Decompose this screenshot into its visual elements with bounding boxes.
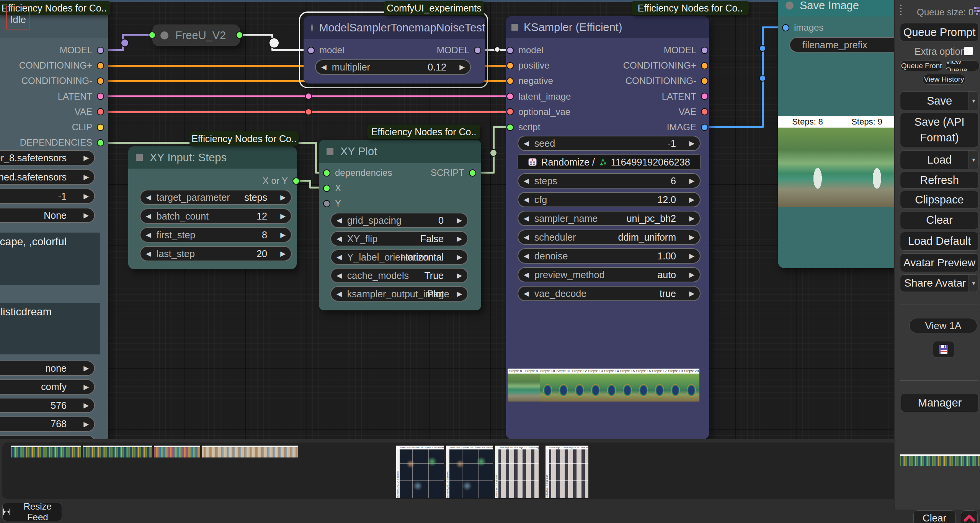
save-dropdown-caret[interactable] [969,92,978,110]
share-avatar-caret[interactable] [969,275,978,292]
increment-arrow-icon[interactable]: ▶ [83,384,89,390]
script-port[interactable] [506,124,514,131]
widget--1[interactable]: ◀-1▶ [0,189,95,204]
share-avatar-button[interactable]: Share Avatar [900,274,979,292]
collapse-toggle[interactable] [511,24,518,31]
reroute-dot[interactable] [759,75,766,82]
node-graph-canvas[interactable]: Efficiency Nodes for Co.. Idle MODELCOND… [0,0,980,523]
widget-last_step[interactable]: ◀last_step20▶ [140,246,292,261]
decrement-arrow-icon[interactable]: ◀ [336,235,342,242]
increment-arrow-icon[interactable]: ▶ [280,250,286,257]
decrement-arrow-icon[interactable]: ◀ [524,196,529,203]
widget-576[interactable]: ◀576▶ [0,398,95,413]
avatar-preview-button[interactable]: Avat­ar Preview [900,253,979,272]
reroute-dot[interactable] [759,45,766,52]
increment-arrow-icon[interactable]: ▶ [280,194,286,201]
decrement-arrow-icon[interactable]: ◀ [524,290,529,297]
feed-thumbnail[interactable]: Seed: 97827656461567 Seed: 9782765646156… [396,446,444,498]
CONDITIONING+-port[interactable] [701,62,708,69]
clipspace-button[interactable]: Clipspace [900,191,979,208]
MODEL-port[interactable] [701,47,708,54]
increment-arrow-icon[interactable]: ▶ [689,196,694,203]
widget-sampler_name[interactable]: ◀sampler_nameuni_pc_bh2▶ [518,211,701,226]
collapse-toggle[interactable] [311,24,313,32]
model-port[interactable] [506,47,514,54]
resize-feed-button[interactable]: Resize Feed [2,503,62,521]
X or Y-port[interactable] [292,177,300,185]
feed-thumbnail[interactable] [154,446,200,457]
widget-target_parameter[interactable]: ◀target_parametersteps▶ [140,190,292,205]
LATENT-port[interactable] [701,93,708,100]
increment-arrow-icon[interactable]: ▶ [689,290,694,297]
feed-thumbnail[interactable]: Seed: 97827656461567 Seed: 9782765646156… [446,446,493,498]
reroute-dot[interactable] [305,93,312,100]
increment-arrow-icon[interactable]: ▶ [83,154,89,161]
collapse-toggle[interactable] [136,154,143,161]
load-dropdown-caret[interactable] [969,151,978,169]
save-api-button[interactable]: Save (API Format) [900,113,979,147]
widget-768[interactable]: ◀768▶ [0,416,95,432]
view-1a-button[interactable]: View 1A [909,318,977,333]
increment-arrow-icon[interactable]: ▶ [83,421,89,428]
increment-arrow-icon[interactable]: ▶ [689,252,694,259]
VAE-port[interactable] [701,108,708,115]
drag-handle-icon[interactable] [900,5,902,6]
increment-arrow-icon[interactable]: ▶ [689,234,694,241]
decrement-arrow-icon[interactable]: ◀ [524,215,529,222]
collapse-toggle[interactable] [160,31,168,39]
decrement-arrow-icon[interactable]: ◀ [336,290,342,297]
negative-port[interactable] [506,77,514,85]
increment-arrow-icon[interactable]: ▶ [83,402,89,409]
freeu-output-port[interactable] [236,31,243,39]
CONDITIONING--port[interactable] [97,77,104,85]
increment-arrow-icon[interactable]: ▶ [459,64,465,70]
extra-options-checkbox[interactable] [964,47,973,55]
feed-thumbnail[interactable] [202,446,298,457]
feed-thumbnail[interactable] [11,446,81,457]
reroute-dot[interactable] [305,108,312,115]
IMAGE-port[interactable] [701,124,708,131]
increment-arrow-icon[interactable]: ▶ [689,215,694,222]
widget-none[interactable]: ◀none▶ [0,361,95,376]
VAE-port[interactable] [97,108,104,115]
widget-denoise[interactable]: ◀denoise1.00▶ [518,248,701,264]
decrement-arrow-icon[interactable]: ◀ [146,213,151,220]
increment-arrow-icon[interactable]: ▶ [280,213,286,220]
collapse-feed-button[interactable] [961,510,978,523]
save-button[interactable]: Save [900,91,979,110]
latent_image-port[interactable] [506,93,514,100]
reroute-dot[interactable] [269,38,279,48]
CONDITIONING+-port[interactable] [97,62,104,69]
model-port[interactable] [307,47,315,54]
widget-Y_label_orientation[interactable]: ◀Y_label_orientationHorizontal▶ [330,249,468,265]
negative-prompt-textarea[interactable]: ealisticdream [0,303,100,354]
increment-arrow-icon[interactable]: ▶ [83,174,89,180]
widget-ksampler_output_image[interactable]: ◀ksampler_output_imagePlot▶ [330,286,468,302]
MODEL-port[interactable] [474,47,481,54]
freeu-input-port[interactable] [149,31,156,39]
dependencies-port[interactable] [323,169,330,177]
widget-batch_count[interactable]: ◀batch_count12▶ [140,208,292,224]
randomize-seed-button[interactable]: Randomize /116499192066238 [518,154,701,170]
decrement-arrow-icon[interactable]: ◀ [336,272,342,279]
settings-gear-icon[interactable] [973,6,980,16]
node-freeu-v2[interactable]: FreeU_V2 [152,25,240,46]
sidebar-thumbnail[interactable] [900,454,980,466]
images-port[interactable] [782,24,789,31]
view-history-button[interactable]: View History [922,74,966,85]
decrement-arrow-icon[interactable]: ◀ [146,250,151,257]
DEPENDENCIES-port[interactable] [97,139,104,146]
widget-preview_method[interactable]: ◀preview_methodauto▶ [518,267,701,282]
decrement-arrow-icon[interactable]: ◀ [321,64,327,70]
decrement-arrow-icon[interactable]: ◀ [524,177,529,184]
widget-seed[interactable]: ◀seed-1▶ [518,136,701,151]
reroute-dot[interactable] [121,39,129,47]
increment-arrow-icon[interactable]: ▶ [457,254,462,261]
CONDITIONING--port[interactable] [701,77,708,85]
queue-prompt-button[interactable]: Queue Prompt [900,23,979,41]
increment-arrow-icon[interactable]: ▶ [83,193,89,200]
decrement-arrow-icon[interactable]: ◀ [336,254,342,261]
LATENT-port[interactable] [97,93,104,100]
widget-comfy[interactable]: ◀comfy▶ [0,379,95,395]
MODEL-port[interactable] [97,47,104,54]
